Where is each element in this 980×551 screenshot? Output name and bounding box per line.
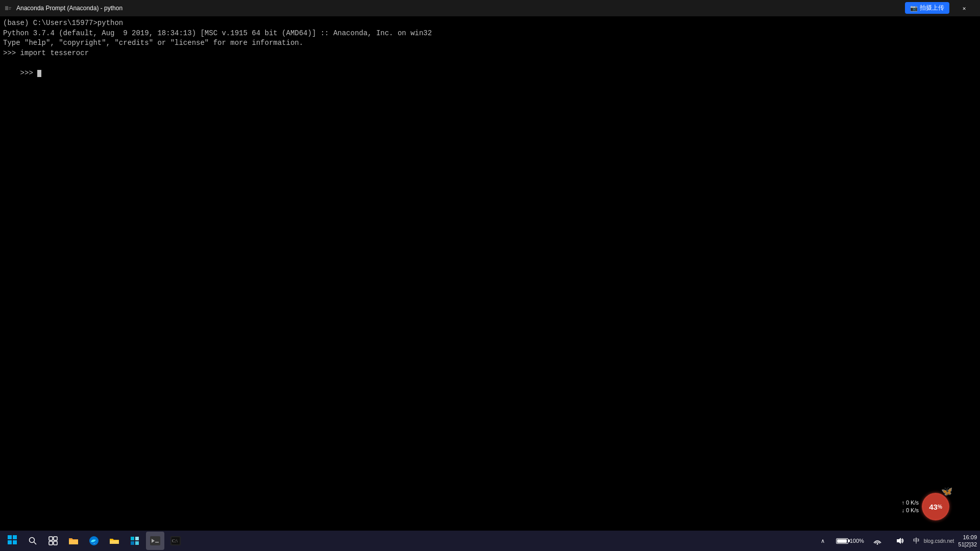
svg-point-26 xyxy=(876,543,878,545)
svg-rect-7 xyxy=(13,540,17,544)
upload-button[interactable]: 📷 拍摄上传 xyxy=(905,2,949,14)
battery-indicator: 100% xyxy=(836,538,864,544)
folder-button[interactable] xyxy=(105,532,124,550)
net-widget: ↑ 0 K/s ↓ 0 K/s 🦋 43% xyxy=(901,493,949,520)
cpu-circle: 43% xyxy=(922,493,949,520)
terminal-line-1: (base) C:\Users\15977>python xyxy=(3,18,977,29)
svg-rect-16 xyxy=(131,537,134,540)
network-icon[interactable] xyxy=(868,532,887,550)
title-bar: Anaconda Prompt (Anaconda) - python 📷 拍摄… xyxy=(0,0,980,16)
svg-text:C:\: C:\ xyxy=(172,538,178,543)
terminal-line-4: >>> import tesserocr xyxy=(3,48,977,59)
search-button[interactable] xyxy=(23,532,42,550)
terminal-area[interactable]: (base) C:\Users\15977>python Python 3.7.… xyxy=(0,16,980,531)
time: 16:09 xyxy=(963,534,977,541)
svg-rect-17 xyxy=(135,537,139,540)
cpu-widget: 🦋 43% xyxy=(922,493,949,520)
svg-point-8 xyxy=(30,538,35,543)
svg-marker-1 xyxy=(5,6,8,10)
battery-pct: 100% xyxy=(850,538,864,544)
taskbar: C:\ ∧ 100% xyxy=(0,531,980,551)
svg-rect-13 xyxy=(54,541,57,545)
net-stats: ↑ 0 K/s ↓ 0 K/s xyxy=(901,499,919,515)
system-tray-expand[interactable]: ∧ xyxy=(814,532,832,550)
terminal-line-3: Type "help", "copyright", "credits" or "… xyxy=(3,38,977,48)
file-explorer-button[interactable] xyxy=(64,532,83,550)
svg-rect-18 xyxy=(131,541,134,545)
blog-text: blog.csdn.net xyxy=(924,538,954,544)
svg-rect-19 xyxy=(135,541,139,545)
svg-rect-10 xyxy=(49,537,53,540)
svg-rect-11 xyxy=(54,537,57,540)
upload-btn-label: 拍摄上传 xyxy=(920,4,944,12)
camera-icon: 📷 xyxy=(910,5,918,12)
task-view-button[interactable] xyxy=(44,532,62,550)
terminal-line-2: Python 3.7.4 (default, Aug 9 2019, 18:34… xyxy=(3,29,977,39)
cpu-unit: % xyxy=(938,504,942,510)
date: 51[2]32 xyxy=(958,541,977,548)
edge-button[interactable] xyxy=(85,532,103,550)
taskbar-right: ∧ 100% 中 blog.csdn.net xyxy=(814,532,977,550)
svg-rect-22 xyxy=(155,542,159,543)
terminal-icon xyxy=(4,4,12,12)
title-bar-left: Anaconda Prompt (Anaconda) - python xyxy=(4,4,122,12)
upload-speed: ↑ 0 K/s xyxy=(901,499,919,507)
battery-bar xyxy=(836,538,848,544)
net-bird-icon: 🦋 xyxy=(941,486,952,497)
close-button[interactable]: ✕ xyxy=(952,0,976,16)
windows-icon xyxy=(8,535,17,547)
cursor xyxy=(37,70,41,77)
download-speed: ↓ 0 K/s xyxy=(901,507,919,514)
svg-rect-5 xyxy=(13,535,17,539)
battery-fill xyxy=(837,539,847,543)
svg-line-9 xyxy=(34,542,37,545)
svg-rect-12 xyxy=(49,541,53,545)
svg-rect-15 xyxy=(110,540,119,544)
input-method[interactable]: 中 xyxy=(913,536,920,545)
svg-marker-27 xyxy=(897,538,901,544)
window-title: Anaconda Prompt (Anaconda) - python xyxy=(16,5,122,12)
store-button[interactable] xyxy=(126,532,144,550)
console-button[interactable] xyxy=(146,532,164,550)
start-button[interactable] xyxy=(3,532,21,550)
svg-rect-6 xyxy=(8,540,12,544)
volume-icon[interactable] xyxy=(891,532,909,550)
cpu-value: 43 xyxy=(929,503,938,511)
svg-rect-3 xyxy=(9,9,11,10)
terminal2-button[interactable]: C:\ xyxy=(166,532,185,550)
svg-rect-4 xyxy=(8,535,12,539)
terminal-line-5: >>> xyxy=(3,58,977,88)
clock[interactable]: 16:09 51[2]32 xyxy=(958,534,977,548)
svg-rect-2 xyxy=(9,7,11,8)
